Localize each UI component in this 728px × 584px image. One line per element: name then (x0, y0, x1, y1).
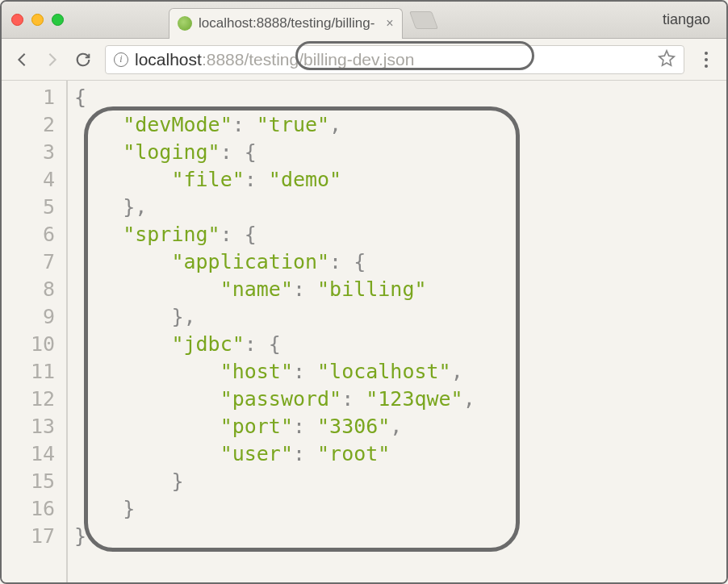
close-window-button[interactable] (11, 14, 23, 26)
browser-titlebar: localhost:8888/testing/billing- × tianga… (2, 2, 726, 39)
bookmark-star-icon[interactable] (658, 49, 676, 70)
line-number: 3 (5, 139, 55, 166)
close-tab-icon[interactable]: × (386, 16, 393, 31)
site-info-icon[interactable]: i (114, 52, 128, 67)
code-line: "port": "3306", (74, 413, 475, 440)
line-number: 12 (5, 386, 55, 413)
line-number: 10 (5, 331, 55, 358)
line-number: 9 (5, 303, 55, 331)
line-number: 14 (5, 440, 55, 468)
line-number: 8 (5, 276, 55, 303)
url-host: localhost (135, 50, 202, 69)
minimize-window-button[interactable] (31, 14, 44, 26)
line-number: 17 (5, 523, 55, 550)
json-code[interactable]: { "devMode": "true", "loging": { "file":… (68, 81, 482, 582)
code-line: } (74, 468, 475, 495)
browser-tab[interactable]: localhost:8888/testing/billing- × (169, 8, 403, 39)
line-number: 16 (5, 495, 55, 523)
page-content: 1234567891011121314151617 { "devMode": "… (2, 81, 726, 582)
line-number: 6 (5, 221, 55, 248)
code-line: "user": "root" (74, 440, 475, 468)
line-number: 13 (5, 413, 55, 440)
line-number: 1 (5, 84, 55, 111)
code-line: } (74, 523, 475, 550)
forward-button[interactable] (44, 51, 61, 69)
code-line: }, (74, 303, 475, 331)
code-line: "devMode": "true", (74, 111, 475, 139)
url-port: :8888 (202, 50, 245, 69)
code-line: { (74, 84, 475, 111)
line-number: 15 (5, 468, 55, 495)
code-line: "loging": { (74, 139, 475, 166)
url-text: localhost:8888/testing/billing-dev.json (135, 50, 414, 69)
tab-title: localhost:8888/testing/billing- (199, 15, 374, 31)
profile-name[interactable]: tiangao (663, 11, 717, 28)
code-line: "application": { (74, 248, 475, 276)
reload-button[interactable] (74, 51, 92, 69)
url-path: /testing/billing-dev.json (244, 50, 414, 69)
code-line: "file": "demo" (74, 166, 475, 194)
browser-toolbar: i localhost:8888/testing/billing-dev.jso… (2, 39, 726, 81)
code-line: } (74, 495, 475, 523)
line-number: 7 (5, 248, 55, 276)
code-line: "jdbc": { (74, 331, 475, 358)
code-line: "host": "localhost", (74, 358, 475, 386)
new-tab-button[interactable] (409, 11, 438, 29)
code-line: "name": "billing" (74, 276, 475, 303)
line-number: 4 (5, 166, 55, 194)
address-bar[interactable]: i localhost:8888/testing/billing-dev.jso… (105, 45, 684, 74)
code-line: "spring": { (74, 221, 475, 248)
back-button[interactable] (13, 51, 31, 69)
code-line: }, (74, 194, 475, 221)
line-number: 2 (5, 111, 55, 139)
spring-leaf-icon (178, 16, 192, 31)
line-number: 11 (5, 358, 55, 386)
chrome-menu-button[interactable] (697, 52, 715, 68)
code-line: "password": "123qwe", (74, 386, 475, 413)
maximize-window-button[interactable] (52, 14, 64, 26)
line-number-gutter: 1234567891011121314151617 (2, 81, 68, 582)
window-controls (11, 14, 64, 26)
line-number: 5 (5, 194, 55, 221)
